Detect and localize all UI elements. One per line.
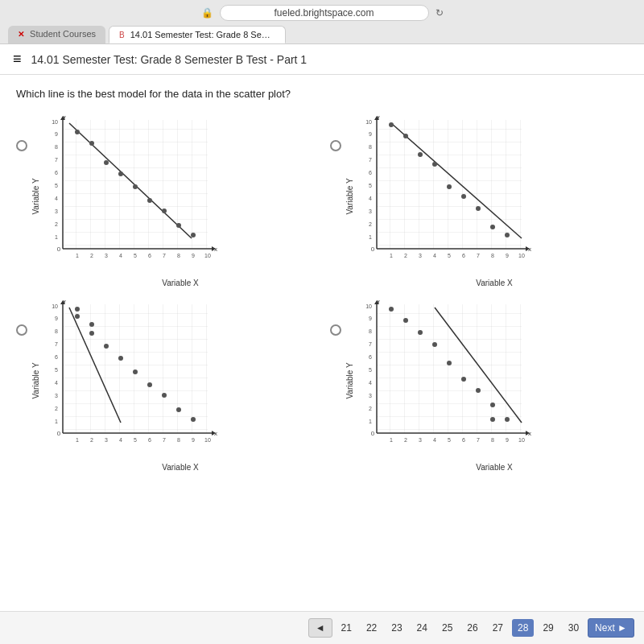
tab-student-courses[interactable]: ✕ Student Courses bbox=[8, 26, 105, 43]
bottom-nav: ◄ 21 22 23 24 25 26 27 28 29 30 Next ► bbox=[0, 611, 644, 644]
svg-point-30 bbox=[89, 141, 94, 146]
svg-point-75 bbox=[505, 233, 510, 237]
radio-d[interactable] bbox=[330, 324, 341, 336]
page-22[interactable]: 22 bbox=[361, 619, 382, 637]
svg-text:7: 7 bbox=[163, 253, 166, 258]
svg-text:9: 9 bbox=[192, 437, 195, 443]
svg-text:8: 8 bbox=[55, 328, 58, 334]
graph-canvas-b: Variable Y 0 1 bbox=[346, 116, 531, 277]
svg-text:6: 6 bbox=[148, 437, 151, 443]
svg-text:2: 2 bbox=[369, 221, 372, 227]
svg-text:2: 2 bbox=[404, 437, 407, 443]
graph-label-y-c: Variable Y bbox=[31, 362, 40, 398]
page-26[interactable]: 26 bbox=[461, 619, 483, 637]
svg-point-35 bbox=[162, 208, 167, 213]
svg-text:2: 2 bbox=[369, 406, 372, 411]
svg-text:10: 10 bbox=[518, 253, 525, 258]
svg-point-149 bbox=[447, 361, 452, 365]
svg-text:1: 1 bbox=[76, 253, 79, 258]
svg-text:0: 0 bbox=[371, 430, 375, 437]
svg-text:10: 10 bbox=[52, 119, 58, 125]
svg-text:1: 1 bbox=[390, 253, 393, 258]
svg-point-73 bbox=[476, 206, 481, 211]
radio-a[interactable] bbox=[16, 140, 27, 151]
svg-text:8: 8 bbox=[491, 437, 494, 443]
graph-canvas-a: Variable Y bbox=[32, 116, 217, 277]
graph-svg-a: 0 1 2 3 4 5 6 7 8 9 10 1 2 3 bbox=[47, 116, 220, 265]
svg-text:1: 1 bbox=[369, 419, 372, 424]
svg-text:5: 5 bbox=[134, 437, 137, 443]
svg-text:7: 7 bbox=[55, 341, 58, 347]
radio-b[interactable] bbox=[330, 140, 341, 151]
graph-label-x-a: Variable X bbox=[47, 279, 314, 287]
svg-text:7: 7 bbox=[369, 157, 372, 163]
svg-text:6: 6 bbox=[55, 170, 58, 175]
svg-point-71 bbox=[447, 184, 452, 189]
svg-point-114 bbox=[176, 407, 181, 412]
tab-semester-test[interactable]: B 14.01 Semester Test: Grade 8 Semester … bbox=[109, 26, 286, 43]
svg-text:y: y bbox=[63, 300, 66, 304]
svg-text:1: 1 bbox=[369, 234, 372, 240]
svg-text:6: 6 bbox=[55, 354, 58, 360]
svg-text:4: 4 bbox=[369, 380, 372, 386]
svg-text:7: 7 bbox=[477, 253, 480, 258]
svg-text:6: 6 bbox=[148, 253, 151, 258]
svg-text:9: 9 bbox=[369, 316, 372, 321]
graph-container-a: Variable Y bbox=[32, 116, 314, 287]
svg-text:10: 10 bbox=[52, 303, 58, 309]
browser-chrome: 🔒 fueled.brightspace.com ↻ ✕ Student Cou… bbox=[0, 0, 644, 44]
svg-text:5: 5 bbox=[134, 253, 137, 258]
svg-text:10: 10 bbox=[365, 119, 372, 125]
page-30[interactable]: 30 bbox=[563, 619, 584, 637]
radio-c[interactable] bbox=[16, 324, 27, 336]
prev-button[interactable]: ◄ bbox=[308, 618, 332, 638]
svg-text:6: 6 bbox=[369, 170, 372, 175]
page-21[interactable]: 21 bbox=[336, 619, 357, 637]
svg-text:x: x bbox=[528, 430, 531, 437]
svg-text:4: 4 bbox=[55, 380, 58, 386]
svg-text:x: x bbox=[214, 430, 217, 437]
refresh-icon[interactable]: ↻ bbox=[436, 7, 444, 19]
tabs-row: ✕ Student Courses B 14.01 Semester Test:… bbox=[0, 26, 644, 44]
svg-text:y: y bbox=[63, 116, 66, 120]
svg-text:2: 2 bbox=[404, 253, 407, 258]
svg-text:5: 5 bbox=[448, 253, 451, 258]
page-24[interactable]: 24 bbox=[411, 619, 433, 637]
svg-point-31 bbox=[104, 160, 109, 165]
page-23[interactable]: 23 bbox=[386, 619, 407, 637]
graph-label-y-b: Variable Y bbox=[345, 178, 354, 214]
svg-point-145 bbox=[389, 307, 394, 312]
graph-option-a: Variable Y bbox=[16, 116, 314, 287]
svg-text:5: 5 bbox=[55, 183, 58, 188]
svg-text:7: 7 bbox=[163, 437, 166, 443]
page-25[interactable]: 25 bbox=[436, 619, 458, 637]
svg-point-148 bbox=[432, 342, 437, 347]
page-29[interactable]: 29 bbox=[537, 619, 559, 637]
address-bar-row: 🔒 fueled.brightspace.com ↻ bbox=[0, 0, 644, 26]
svg-text:y: y bbox=[377, 116, 380, 120]
graph-option-d: Variable Y 0 1 bbox=[330, 300, 628, 472]
svg-text:8: 8 bbox=[369, 144, 372, 150]
svg-point-68 bbox=[403, 134, 408, 138]
svg-text:10: 10 bbox=[204, 253, 211, 258]
page-27[interactable]: 27 bbox=[487, 619, 509, 637]
svg-text:3: 3 bbox=[419, 437, 422, 443]
graph-container-c: Variable Y 0 1 bbox=[32, 300, 314, 472]
svg-text:3: 3 bbox=[55, 393, 58, 398]
svg-text:9: 9 bbox=[369, 131, 372, 137]
svg-point-152 bbox=[490, 402, 495, 407]
svg-point-110 bbox=[118, 356, 123, 361]
svg-text:4: 4 bbox=[369, 196, 372, 201]
page-28[interactable]: 28 bbox=[512, 619, 534, 637]
graph-option-b: Variable Y 0 1 bbox=[330, 116, 628, 287]
svg-text:7: 7 bbox=[369, 341, 372, 347]
svg-point-29 bbox=[75, 130, 80, 134]
hamburger-icon[interactable]: ≡ bbox=[13, 51, 22, 68]
svg-point-147 bbox=[418, 330, 423, 335]
svg-text:7: 7 bbox=[55, 157, 58, 163]
svg-point-113 bbox=[162, 393, 167, 398]
svg-text:0: 0 bbox=[57, 246, 61, 253]
next-button[interactable]: Next ► bbox=[588, 618, 634, 638]
address-bar[interactable]: fueled.brightspace.com bbox=[220, 5, 429, 21]
graphs-grid: Variable Y bbox=[16, 116, 628, 472]
